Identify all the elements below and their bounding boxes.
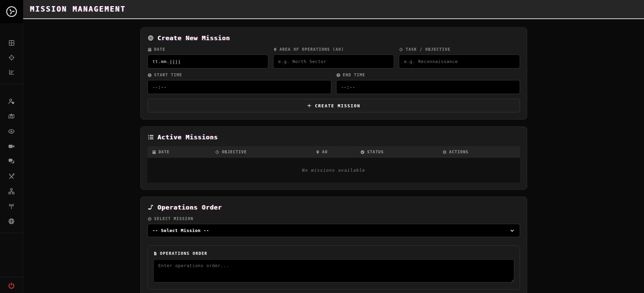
check-circle-icon xyxy=(360,150,365,154)
select-mission-label: SELECT MISSION xyxy=(147,216,520,221)
screwdriver-wrench-icon xyxy=(8,173,15,180)
map-pin-icon xyxy=(316,150,320,154)
operations-order-panel-label: OPERATIONS ORDER xyxy=(153,251,514,256)
broadcast-tower-icon xyxy=(8,203,15,210)
empty-missions-message: No missions available xyxy=(147,158,520,183)
clock-icon xyxy=(147,73,152,77)
sidebar xyxy=(0,0,23,293)
chart-bars-icon xyxy=(8,69,15,76)
start-time-field-group: START TIME xyxy=(147,73,331,94)
sidebar-item-dashboard[interactable] xyxy=(0,36,23,50)
end-time-label: END TIME xyxy=(336,73,520,77)
calendar-icon xyxy=(152,150,156,154)
sidebar-item-power[interactable] xyxy=(0,279,23,292)
plus-icon xyxy=(307,103,312,108)
ao-field-group: AREA OF OPERATIONS (AO) xyxy=(273,47,394,68)
video-camera-icon xyxy=(8,143,15,150)
calendar-icon xyxy=(147,47,152,52)
target-icon xyxy=(215,150,219,154)
sidebar-item-map[interactable] xyxy=(0,109,23,123)
file-lines-icon xyxy=(153,251,157,256)
start-time-input[interactable] xyxy=(147,80,331,94)
gear-icon xyxy=(442,150,447,154)
create-mission-title: Create New Mission xyxy=(147,34,520,42)
date-input[interactable] xyxy=(147,55,268,68)
globe-icon xyxy=(8,218,15,225)
task-input[interactable] xyxy=(399,55,520,68)
sidebar-item-analytics[interactable] xyxy=(0,65,23,79)
active-missions-title: Active Missions xyxy=(147,134,520,141)
operations-order-card: Operations Order SELECT MISSION -- Selec… xyxy=(140,197,527,293)
sidebar-item-network[interactable] xyxy=(0,184,23,198)
map-pin-icon xyxy=(273,47,277,52)
date-field-group: DATE xyxy=(147,47,268,68)
column-header-date: DATE xyxy=(147,146,211,158)
app-logo xyxy=(0,0,23,23)
bullseye-icon xyxy=(147,217,152,221)
ao-label: AREA OF OPERATIONS (AO) xyxy=(273,47,394,52)
clock-icon xyxy=(336,73,341,77)
missions-table: DATE OBJECTIVE xyxy=(147,146,520,183)
operations-order-title: Operations Order xyxy=(147,204,520,211)
page-title: MISSION MANAGEMENT xyxy=(30,5,126,13)
main-content: Create New Mission DATE xyxy=(23,20,644,293)
create-mission-button[interactable]: CREATE MISSION xyxy=(147,99,520,112)
map-marked-icon xyxy=(8,113,15,120)
mission-select-value: -- Select Mission -- xyxy=(153,228,209,233)
comments-icon xyxy=(8,158,15,165)
create-mission-card: Create New Mission DATE xyxy=(140,27,527,120)
empty-row: No missions available xyxy=(147,158,520,183)
chevron-down-icon xyxy=(509,228,515,233)
column-header-status: STATUS xyxy=(356,146,438,158)
sidebar-item-global[interactable] xyxy=(0,214,23,228)
sidebar-item-video[interactable] xyxy=(0,139,23,153)
sitemap-icon xyxy=(8,188,15,195)
target-icon xyxy=(399,47,403,52)
sidebar-item-surveillance[interactable] xyxy=(0,124,23,138)
scroll-icon xyxy=(147,204,154,211)
bullseye-icon xyxy=(147,35,154,41)
column-header-actions: ACTIONS xyxy=(438,146,520,158)
date-label: DATE xyxy=(147,47,268,52)
operations-order-textarea[interactable] xyxy=(153,259,514,282)
sidebar-item-tracking[interactable] xyxy=(0,51,23,64)
vortex-logo-icon xyxy=(5,5,18,18)
sidebar-item-tools[interactable] xyxy=(0,169,23,183)
power-icon xyxy=(8,282,15,289)
list-icon xyxy=(147,134,154,140)
mission-select[interactable]: -- Select Mission -- xyxy=(147,224,520,237)
eye-icon xyxy=(8,128,15,135)
missions-table-header-row: DATE OBJECTIVE xyxy=(147,146,520,158)
active-missions-card: Active Missions xyxy=(140,126,527,190)
user-shield-icon xyxy=(8,98,15,105)
grid-icon xyxy=(8,40,15,46)
end-time-field-group: END TIME xyxy=(336,73,520,94)
sidebar-item-broadcast[interactable] xyxy=(0,199,23,213)
ao-input[interactable] xyxy=(273,55,394,68)
sidebar-item-personnel[interactable] xyxy=(0,94,23,108)
sidebar-item-comms[interactable] xyxy=(0,154,23,168)
end-time-input[interactable] xyxy=(336,80,520,94)
crosshair-icon xyxy=(8,54,15,61)
operations-order-panel: OPERATIONS ORDER xyxy=(147,245,520,290)
column-header-objective: OBJECTIVE xyxy=(210,146,311,158)
start-time-label: START TIME xyxy=(147,73,331,77)
task-field-group: TASK / OBJECTIVE xyxy=(399,47,520,68)
column-header-ao: AO xyxy=(311,146,356,158)
top-header: MISSION MANAGEMENT xyxy=(23,0,644,19)
task-label: TASK / OBJECTIVE xyxy=(399,47,520,52)
